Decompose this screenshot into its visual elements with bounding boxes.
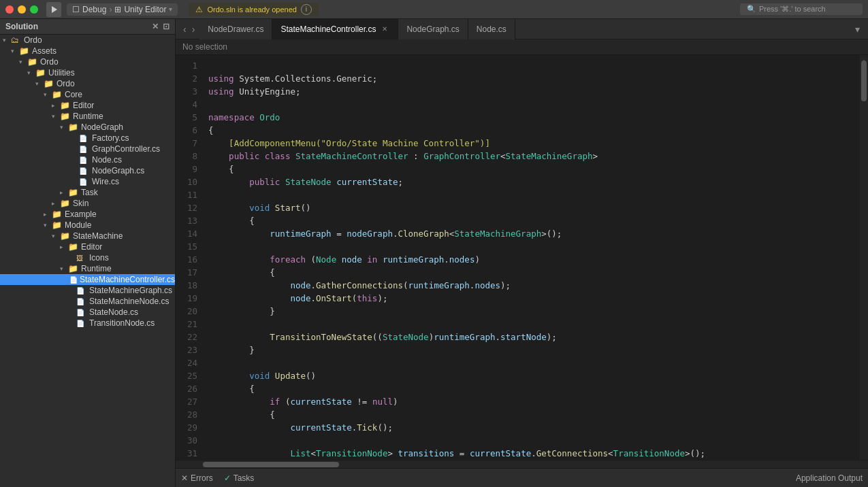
sidebar-expand-icon[interactable]: ⊡ [163, 22, 170, 31]
line-number: 17 [176, 266, 197, 279]
line-number: 2 [176, 72, 197, 85]
tree-item-factory[interactable]: 📄 Factory.cs [0, 133, 175, 144]
chevron-right-icon: ▸ [52, 200, 60, 207]
scrollbar-thumb[interactable] [861, 61, 867, 101]
tasks-label: Tasks [234, 473, 255, 483]
errors-label: Errors [191, 473, 213, 483]
main-layout: Solution ✕ ⊡ ▾ 🗂 Ordo ▾ 📁 Assets ▾ 📁 [0, 19, 868, 487]
chevron-down-icon: ▾ [44, 91, 52, 98]
tree-item-statemachinenode[interactable]: 📄 StateMachineNode.cs [0, 296, 175, 307]
folder-icon: 📁 [60, 199, 71, 208]
tree-item-transitionnode[interactable]: 📄 TransitionNode.cs [0, 318, 175, 329]
tab-label: Node.cs [477, 24, 507, 34]
maximize-button[interactable] [30, 5, 38, 14]
warning-banner: ⚠ Ordo.sln is already opened i [189, 3, 318, 16]
line-number: 10 [176, 175, 197, 188]
warning-text: Ordo.sln is already opened [207, 5, 296, 14]
minimize-button[interactable] [18, 5, 26, 14]
line-number: 5 [176, 111, 197, 124]
close-button[interactable] [5, 5, 14, 14]
debug-selector[interactable]: ☐ Debug › ⊞ Unity Editor ▾ [67, 3, 178, 16]
warning-icon: ⚠ [195, 5, 203, 14]
app-output-button[interactable]: Application Output [796, 473, 863, 483]
tree-item-module[interactable]: ▾ 📁 Module [0, 220, 175, 231]
sidebar-header: Solution ✕ ⊡ [0, 19, 175, 35]
line-number: 19 [176, 292, 197, 305]
folder-icon: 🗂 [11, 35, 22, 45]
tree-item-statemachinegraph[interactable]: 📄 StateMachineGraph.cs [0, 285, 175, 296]
tree-item-assets[interactable]: ▾ 📁 Assets [0, 46, 175, 56]
cs-file-icon: 📄 [76, 309, 87, 316]
sidebar: Solution ✕ ⊡ ▾ 🗂 Ordo ▾ 📁 Assets ▾ 📁 [0, 19, 176, 487]
folder-icon: 📁 [68, 264, 79, 273]
cs-file-icon: 📄 [69, 276, 78, 284]
sidebar-close-icon[interactable]: ✕ [152, 22, 159, 31]
tree-item-statenode[interactable]: 📄 StateNode.cs [0, 307, 175, 318]
line-number: 3 [176, 85, 197, 98]
line-number: 30 [176, 434, 197, 447]
nav-back-button[interactable]: ‹ [181, 24, 189, 35]
folder-icon: 📁 [68, 242, 79, 252]
tab-nodegraph[interactable]: NodeGraph.cs [398, 19, 468, 39]
tree-item-ordo[interactable]: ▾ 🗂 Ordo [0, 35, 175, 46]
play-button[interactable] [46, 2, 61, 17]
line-number: 20 [176, 305, 197, 318]
play-icon [52, 6, 57, 13]
tree-item-graphcontroller[interactable]: 📄 GraphController.cs [0, 144, 175, 154]
tree-item-task[interactable]: ▸ 📁 Task [0, 187, 175, 198]
app-output-label: Application Output [796, 473, 863, 483]
tree-item-ordo2[interactable]: ▾ 📁 Ordo [0, 56, 175, 67]
tree-item-statemachine[interactable]: ▾ 📁 StateMachine [0, 231, 175, 241]
tree-item-node[interactable]: 📄 Node.cs [0, 154, 175, 165]
cs-file-icon: 📄 [79, 178, 90, 186]
tab-statemachinecontroller[interactable]: StateMachineController.cs ✕ [272, 19, 398, 39]
titlebar-center: ☐ Debug › ⊞ Unity Editor ▾ ⚠ Ordo.sln is… [46, 2, 863, 17]
line-number: 29 [176, 421, 197, 434]
line-number: 16 [176, 253, 197, 266]
tab-more-button[interactable]: ▾ [850, 24, 865, 35]
info-button[interactable]: i [301, 4, 312, 15]
folder-icon: 📁 [68, 188, 79, 197]
search-placeholder: Press '⌘.' to search [759, 5, 826, 14]
tab-label: NodeDrawer.cs [208, 24, 263, 34]
tasks-button[interactable]: ✓ Tasks [224, 473, 255, 483]
tab-close-button[interactable]: ✕ [380, 24, 389, 34]
tree-item-wire[interactable]: 📄 Wire.cs [0, 176, 175, 187]
search-box[interactable]: 🔍 Press '⌘.' to search [740, 3, 863, 15]
tree-item-core[interactable]: ▾ 📁 Core [0, 89, 175, 100]
tree-item-skin[interactable]: ▸ 📁 Skin [0, 198, 175, 209]
bottom-bar: ✕ Errors ✓ Tasks Application Output [176, 468, 868, 487]
chevron-right-icon: ▸ [52, 102, 60, 109]
tree-item-nodegraph[interactable]: ▾ 📁 NodeGraph [0, 122, 175, 133]
line-number: 27 [176, 395, 197, 408]
tree-item-editor2[interactable]: ▸ 📁 Editor [0, 241, 175, 252]
line-number: 7 [176, 137, 197, 150]
folder-icon: 📁 [35, 68, 46, 78]
tree-item-runtime2[interactable]: ▾ 📁 Runtime [0, 263, 175, 274]
tree-item-utilities[interactable]: ▾ 📁 Utilities [0, 67, 175, 78]
bottom-scrollbar[interactable] [176, 460, 868, 468]
line-number: 15 [176, 240, 197, 253]
tree-item-editor[interactable]: ▸ 📁 Editor [0, 100, 175, 111]
titlebar: ☐ Debug › ⊞ Unity Editor ▾ ⚠ Ordo.sln is… [0, 0, 868, 19]
code-content[interactable]: using System.Collections.Generic; using … [203, 55, 860, 460]
tree-item-icons[interactable]: 🖼 Icons [0, 252, 175, 263]
tab-node[interactable]: Node.cs [468, 19, 515, 39]
errors-button[interactable]: ✕ Errors [181, 473, 213, 483]
line-number: 6 [176, 124, 197, 137]
bottom-scroll-thumb[interactable] [203, 462, 339, 467]
tree-item-runtime[interactable]: ▾ 📁 Runtime [0, 111, 175, 122]
checkmark-icon: ✓ [224, 473, 231, 483]
line-number: 22 [176, 331, 197, 343]
chevron-right-icon: ▸ [44, 211, 52, 218]
tree-item-nodegraph-cs[interactable]: 📄 NodeGraph.cs [0, 165, 175, 176]
tree-item-example[interactable]: ▸ 📁 Example [0, 209, 175, 220]
cs-file-icon: 📄 [79, 156, 90, 164]
nav-forward-button[interactable]: › [190, 24, 197, 35]
tree-item-ordo3[interactable]: ▾ 📁 Ordo [0, 78, 175, 89]
cs-file-icon: 📄 [76, 298, 87, 305]
vertical-scrollbar[interactable]: ▲ [860, 55, 868, 460]
nav-buttons: ‹ › [178, 24, 199, 35]
tree-item-statemachinecontroller[interactable]: 📄 StateMachineController.cs [0, 274, 175, 285]
tab-nodedrawer[interactable]: NodeDrawer.cs [199, 19, 272, 39]
